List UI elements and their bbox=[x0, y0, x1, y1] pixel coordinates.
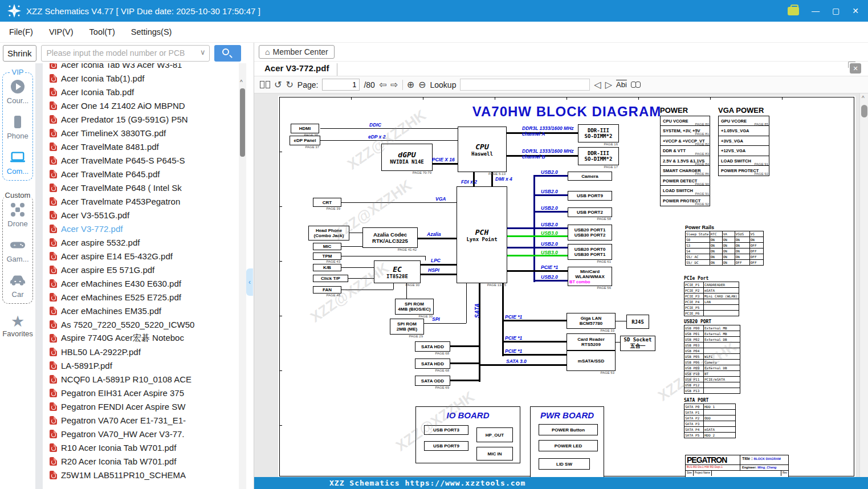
close-button[interactable]: ✕ bbox=[852, 7, 859, 15]
zoom-out-icon[interactable]: ⊖ bbox=[418, 80, 426, 89]
pdf-file-icon bbox=[50, 170, 57, 178]
pdf-file-icon bbox=[50, 63, 57, 69]
list-item[interactable]: Acer V3-551G.pdf bbox=[43, 208, 239, 222]
diagram-node-mic-in: MIC IN bbox=[476, 447, 513, 461]
scroll-up-icon[interactable]: ^ bbox=[240, 79, 243, 85]
binoculars-search-icon[interactable] bbox=[631, 82, 641, 88]
list-item[interactable]: Acer eMachines E525 E725.pdf bbox=[43, 290, 239, 304]
shrink-button[interactable]: Shrink bbox=[3, 45, 36, 62]
pdf-file-icon bbox=[50, 334, 57, 343]
page-number-input[interactable] bbox=[322, 79, 360, 91]
list-item[interactable]: Pegatron VA70 Acer E1-731_E1- bbox=[43, 413, 239, 427]
sidebar-item-game[interactable]: + Gam... bbox=[6, 237, 28, 263]
power-box: 2.5V & 1.5VS &1.1VSPAGE 84 bbox=[660, 156, 710, 166]
sidebar-item-label: Drone bbox=[7, 219, 27, 228]
pdf-file-icon bbox=[50, 389, 57, 397]
list-item[interactable]: Acer TravelMate P648 ( Intel Sk bbox=[43, 181, 239, 194]
menubar: File(F) VIP(V) Tool(T) Settings(S) bbox=[0, 22, 868, 43]
list-item[interactable]: Acer Travelmate P453Pegatron bbox=[43, 194, 239, 208]
close-all-tabs-icon[interactable]: ✕ bbox=[850, 63, 861, 74]
search-button[interactable] bbox=[214, 45, 241, 62]
collapse-panel-handle[interactable]: ‹ bbox=[246, 268, 253, 296]
diagram-wire bbox=[616, 321, 626, 321]
previous-page-icon[interactable]: ⇦ bbox=[379, 80, 386, 89]
match-case-icon[interactable]: Abi bbox=[616, 80, 627, 89]
list-item[interactable]: As 7520_7220_5520_5220_ICW50 bbox=[43, 317, 239, 331]
bus-label: PCIE X 16 bbox=[432, 157, 455, 162]
list-item[interactable]: Z5W1M LAB511PR10_SCHEMA bbox=[43, 468, 239, 482]
menu-vip[interactable]: VIP(V) bbox=[49, 27, 74, 36]
list-item[interactable]: Acer eMachines EM35.pdf bbox=[43, 304, 239, 317]
menu-settings[interactable]: Settings(S) bbox=[131, 27, 172, 36]
list-item[interactable]: R10 Acer Iconia Tab W701.pdf bbox=[43, 441, 239, 454]
list-item[interactable]: LA-5891P.pdf bbox=[43, 358, 239, 372]
file-name: Acer Iconia Tab(1).pdf bbox=[61, 74, 144, 83]
file-name: Acer Predator 15 (G9-591G) P5N bbox=[61, 115, 188, 124]
scroll-up-icon[interactable]: ^ bbox=[862, 95, 865, 101]
list-item[interactable]: Acer eMachines E430 E630.pdf bbox=[43, 276, 239, 290]
list-item[interactable]: Acer One 14 Z1402 AiO MBPND bbox=[43, 99, 239, 112]
pdf-file-icon bbox=[50, 115, 57, 124]
list-item[interactable]: Acer aspire E5 571G.pdf bbox=[43, 263, 239, 276]
diagram-wire bbox=[507, 270, 568, 272]
diagram-node-ddr-dimm-a: DDR-IIISO-DIMM*2PAGE 16 bbox=[578, 124, 619, 142]
list-item[interactable]: Acer TravelMate 8481.pdf bbox=[43, 140, 239, 153]
collapse-icon: ‹ bbox=[248, 278, 251, 286]
list-item[interactable]: Acer V3-772.pdf bbox=[43, 222, 239, 235]
list-item[interactable]: Acer Predator 15 (G9-591G) P5N bbox=[43, 112, 239, 126]
sidebar-item-course[interactable]: Cour... bbox=[7, 79, 28, 105]
bus-label: channel A bbox=[522, 131, 545, 137]
file-name: Pegatron FENDI Acer Aspire SW bbox=[61, 402, 185, 411]
list-item[interactable]: Acer Iconia Tab.pdf bbox=[43, 85, 239, 99]
dept-label: BU1-RD Div.1 HW RD Dept.1 bbox=[686, 465, 740, 470]
maximize-button[interactable]: ▢ bbox=[832, 7, 840, 15]
canvas-scrollbar[interactable]: ^ bbox=[859, 93, 868, 477]
sidebar-item-computer[interactable]: Com... bbox=[7, 149, 28, 176]
scrollbar-thumb[interactable] bbox=[240, 88, 245, 157]
list-item[interactable]: NCQF0 LA-5891P R10_0108 ACE bbox=[43, 372, 239, 386]
list-item[interactable]: Acer aspire E14 E5-432G.pdf bbox=[43, 249, 239, 263]
next-page-icon[interactable]: ⇨ bbox=[390, 80, 398, 89]
vip-briefcase-icon[interactable] bbox=[788, 7, 799, 15]
find-next-icon[interactable]: ▷ bbox=[605, 80, 612, 89]
rotate-left-icon[interactable]: ↺ bbox=[274, 80, 282, 89]
list-item[interactable]: Acer aspire 5532.pdf bbox=[43, 235, 239, 249]
pdf-file-icon bbox=[50, 320, 57, 329]
minimize-button[interactable]: — bbox=[812, 7, 820, 15]
member-center-button[interactable]: ⌂ Member Center bbox=[259, 45, 335, 59]
list-item[interactable]: Acer TravelMate P645.pdf bbox=[43, 167, 239, 181]
two-page-view-icon[interactable] bbox=[260, 81, 270, 88]
rotate-right-icon[interactable]: ↻ bbox=[286, 80, 293, 89]
tab-acer-v3-772[interactable]: Acer V3-772.pdf bbox=[254, 63, 337, 76]
list-item[interactable]: Pegatron EIH31 Acer Aspire 375 bbox=[43, 386, 239, 400]
bus-label: channel B bbox=[522, 154, 545, 160]
search-input[interactable] bbox=[41, 45, 210, 62]
list-item[interactable]: Pegatron VA70_HW Acer V3-77. bbox=[43, 427, 239, 441]
list-item[interactable]: Acer Iconia Tab W3 Acer W3-81 bbox=[43, 63, 239, 71]
file-list-scrollbar[interactable]: ^ bbox=[239, 63, 246, 489]
list-item[interactable]: Pegatron FENDI Acer Aspire SW bbox=[43, 400, 239, 413]
sidebar-item-phone[interactable]: Phone bbox=[7, 114, 28, 140]
list-item[interactable]: Acer Iconia Tab(1).pdf bbox=[43, 71, 239, 85]
zoom-in-icon[interactable]: ⊕ bbox=[407, 80, 414, 89]
list-item[interactable]: R20 Acer Iconia Tab W701.pdf bbox=[43, 454, 239, 468]
sidebar-item-drone[interactable]: Drone bbox=[7, 202, 27, 228]
diagram-node-cpu: CPUHaswellPAGE 5-13 bbox=[458, 127, 507, 172]
chevron-down-icon[interactable]: ∨ bbox=[200, 48, 206, 56]
list-item[interactable]: Acer TimelineX 3830TG.pdf bbox=[43, 126, 239, 140]
sata-port-table: SATA PORTSATA P0HDD 1SATA P1SATA P2ODDSA… bbox=[684, 398, 736, 438]
menu-file[interactable]: File(F) bbox=[9, 27, 33, 36]
menu-tool[interactable]: Tool(T) bbox=[89, 27, 115, 36]
lookup-input[interactable] bbox=[460, 79, 590, 91]
list-item[interactable]: HBL50 LA-2922P.pdf bbox=[43, 345, 239, 358]
find-previous-icon[interactable]: ◁ bbox=[594, 80, 601, 89]
svg-text:+: + bbox=[14, 243, 16, 248]
list-item[interactable]: Aspire 7740G Acer宏碁 Noteboc bbox=[43, 331, 239, 345]
scrollbar-thumb[interactable] bbox=[861, 105, 867, 117]
sidebar-item-car[interactable]: Car bbox=[10, 272, 26, 299]
diagram-node-usb-port2: USB PORT2PAGE 58 bbox=[568, 207, 612, 217]
pdf-canvas: VA70HW BLOCK DIAGRAM PEGATRON Title : BL… bbox=[254, 93, 868, 477]
sidebar-item-favorites[interactable]: ★ Favorites bbox=[2, 314, 32, 338]
list-item[interactable]: Acer TravelMate P645-S P645-S bbox=[43, 153, 239, 167]
power-rails-table: Power RailsSleep StateRTCVAVSUSVSS0ONONO… bbox=[685, 225, 764, 266]
